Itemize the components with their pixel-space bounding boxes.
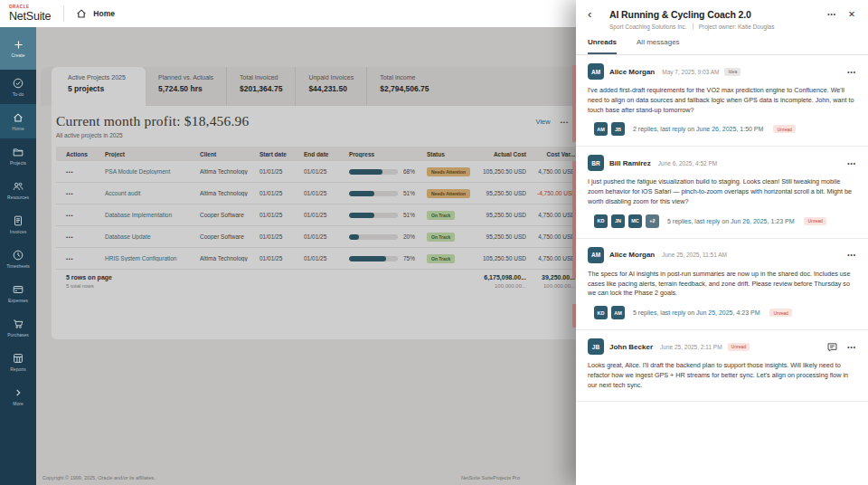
view-link[interactable]: View — [536, 118, 551, 126]
back-icon[interactable]: ‹ — [588, 8, 602, 20]
progress-label: 75% — [403, 255, 415, 262]
message-author: Alice Morgan — [609, 68, 655, 76]
panel-title: AI Running & Cycling Coach 2.0 — [609, 9, 751, 20]
stat-card-unpaid-invoices[interactable]: Unpaid Invoices $44,231.50 — [295, 67, 366, 106]
progress-bar — [349, 256, 398, 262]
message-timestamp: June 6, 2025, 4:52 PM — [658, 160, 717, 166]
end-date-cell: 01/01/25 — [297, 212, 342, 218]
home-icon — [75, 7, 88, 20]
project-link[interactable]: Account audit — [98, 190, 193, 196]
message-menu-icon[interactable]: ••• — [847, 252, 856, 258]
progress-label: 68% — [403, 168, 415, 175]
project-link[interactable]: Database Implementation — [98, 212, 193, 218]
tab-unreads[interactable]: Unreads — [588, 38, 617, 54]
sidebar-item-projects[interactable]: Projects — [0, 138, 36, 173]
message-item: AM Alice Morgan May 7, 2025, 9:03 AM Ide… — [576, 55, 868, 147]
sidebar-label: Expenses — [8, 298, 28, 303]
start-date-cell: 01/01/25 — [252, 168, 297, 175]
col-project[interactable]: Project — [98, 151, 193, 157]
cost-variance-cell: 4,750.00 USD — [530, 233, 576, 240]
actual-cost-cell: 105,250.50 USD — [476, 168, 530, 175]
tab-all-messages[interactable]: All messages — [637, 38, 680, 54]
avatar: AM — [588, 63, 604, 80]
top-nav-home-label: Home — [93, 9, 115, 18]
col-start-date[interactable]: Start date — [252, 151, 297, 157]
sidebar-label: Projects — [10, 160, 26, 166]
thread-replies-link[interactable]: 5 replies, last reply on Jun 26, 2025, 1… — [667, 218, 794, 224]
cost-variance-total: 39,250.00... — [530, 274, 575, 281]
progress-fill — [349, 213, 374, 218]
sidebar-item-expenses[interactable]: Expenses — [0, 276, 36, 310]
close-icon[interactable]: ✕ — [848, 9, 855, 19]
stat-value: 5,724.50 hrs — [158, 84, 213, 93]
sidebar-label: Create — [11, 52, 24, 58]
message-menu-icon[interactable]: ••• — [847, 160, 856, 166]
sidebar-item-purchases[interactable]: Purchases — [0, 310, 36, 345]
sidebar-item-reports[interactable]: Reports — [0, 345, 36, 379]
sidebar: Create To-do Home Projects Resources Inv… — [0, 27, 36, 485]
stat-card-total-invoiced[interactable]: Total invoiced $201,364.75 — [226, 67, 295, 106]
thread-replies-link[interactable]: 2 replies, last reply on June 26, 2025, … — [633, 126, 763, 132]
actual-cost-subtotal: 100,000.00... — [476, 283, 526, 289]
messages-panel: ‹ AI Running & Cycling Coach 2.0 ••• ✕ S… — [576, 0, 868, 485]
thread-replies-link[interactable]: 5 replies, last reply on Jun 25, 2025, 4… — [633, 309, 760, 316]
col-actual-cost[interactable]: Actual Cost — [476, 151, 530, 157]
subtitle-divider — [693, 23, 693, 30]
col-progress[interactable]: Progress — [342, 151, 420, 157]
reply-in-thread-icon[interactable] — [826, 341, 838, 353]
end-date-cell: 01/01/25 — [297, 168, 342, 175]
unread-badge: Unread — [804, 217, 826, 225]
page-title: Current month profit: $18,456.96 — [56, 113, 576, 129]
top-nav-home[interactable]: Home — [75, 7, 115, 20]
reply-avatar: AM — [594, 122, 608, 136]
cost-variance-cell: 4,750.00 USD — [530, 168, 576, 175]
col-client[interactable]: Client — [193, 151, 252, 157]
home-icon — [12, 111, 24, 124]
message-body: I've added first-draft requirements for … — [588, 86, 856, 115]
timesheets-clock-icon — [12, 249, 24, 262]
message-author: John Becker — [609, 343, 653, 351]
message-item: AM Alice Morgan June 25, 2025, 11:51 AM … — [576, 239, 868, 330]
sidebar-item-timesheets[interactable]: Timesheets — [0, 242, 36, 276]
row-actions-menu[interactable]: ••• — [56, 213, 98, 218]
row-actions-menu[interactable]: ••• — [56, 256, 98, 262]
col-end-date[interactable]: End date — [297, 151, 342, 157]
col-cost-variance[interactable]: Cost Var... — [530, 151, 576, 157]
progress-cell: 51% — [342, 190, 420, 196]
row-actions-menu[interactable]: ••• — [56, 234, 98, 240]
sidebar-item-todo[interactable]: To-do — [0, 70, 36, 104]
sidebar-item-home[interactable]: Home — [0, 104, 36, 138]
client-cell: Altima Technology — [193, 168, 252, 175]
stat-card-total-income[interactable]: Total income $2,794,506.75 — [366, 67, 441, 106]
progress-bar — [349, 234, 398, 240]
message-menu-icon[interactable]: ••• — [847, 69, 856, 75]
sidebar-item-invoices[interactable]: Invoices — [0, 207, 36, 242]
col-status[interactable]: Status — [420, 151, 476, 157]
client-cell: Altima Technology — [193, 190, 252, 196]
status-badge: On Track — [427, 254, 455, 263]
stat-value: $44,231.50 — [308, 84, 354, 93]
sidebar-item-create[interactable]: Create — [0, 27, 36, 70]
stat-card-active-projects[interactable]: Active Projects 2025 5 projects — [52, 67, 146, 106]
panel-menu-icon[interactable]: ••• — [827, 11, 836, 17]
sidebar-item-resources[interactable]: Resources — [0, 173, 36, 207]
project-link[interactable]: Database Update — [98, 233, 193, 240]
project-link[interactable]: PSA Module Deployment — [98, 168, 193, 175]
sidebar-item-more[interactable]: More — [0, 379, 36, 414]
project-link[interactable]: HRIS System Configuration — [98, 255, 193, 262]
row-actions-menu[interactable]: ••• — [56, 169, 98, 175]
client-cell: Cooper Software — [193, 233, 252, 240]
sidebar-label: Resources — [7, 195, 29, 200]
stat-card-planned-vs-actuals[interactable]: Planned vs. Actuals 5,724.50 hrs — [146, 67, 226, 106]
row-actions-menu[interactable]: ••• — [56, 191, 98, 196]
status-badge: On Track — [427, 211, 455, 220]
start-date-cell: 01/01/25 — [252, 233, 297, 240]
sidebar-label: To-do — [13, 91, 24, 97]
message-menu-icon[interactable]: ••• — [847, 344, 856, 350]
card-menu-icon[interactable]: ••• — [561, 119, 569, 125]
status-cell: On Track — [420, 254, 476, 263]
col-actions[interactable]: Actions — [56, 151, 98, 157]
end-date-cell: 01/01/25 — [297, 255, 342, 262]
status-cell: On Track — [420, 233, 476, 242]
expenses-card-icon — [12, 283, 24, 296]
